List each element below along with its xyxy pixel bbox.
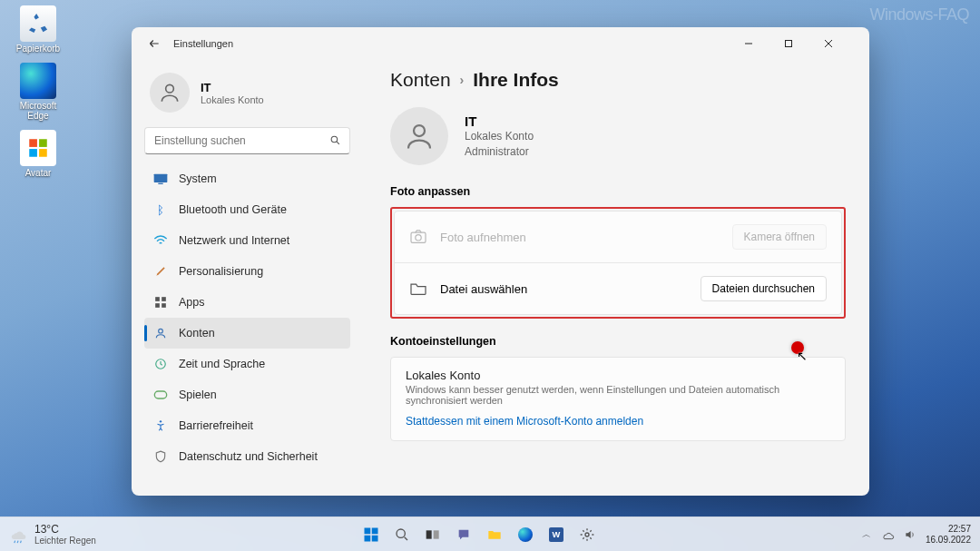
svg-rect-23: [372, 527, 378, 534]
section-photo-adjust: Foto anpassen: [390, 185, 846, 198]
svg-rect-13: [155, 303, 160, 308]
nav-system[interactable]: System: [144, 163, 350, 194]
chevron-right-icon: ›: [460, 73, 465, 87]
edge-button[interactable]: [513, 522, 538, 547]
browse-files-button[interactable]: Dateien durchsuchen: [701, 276, 827, 301]
nav-bluetooth[interactable]: ᛒBluetooth und Geräte: [144, 194, 350, 225]
close-button[interactable]: [824, 30, 864, 57]
nav-accounts[interactable]: Konten: [144, 318, 350, 349]
search-button[interactable]: [389, 522, 415, 547]
nav-apps[interactable]: Apps: [144, 287, 350, 318]
highlight-box: Foto aufnehmen Kamera öffnen Datei auswä…: [390, 207, 846, 319]
svg-point-7: [331, 136, 338, 143]
profile-sub1: Lokales Konto: [465, 129, 534, 143]
svg-point-15: [159, 329, 163, 333]
svg-point-21: [416, 235, 421, 241]
section-account-settings: Kontoeinstellungen: [390, 335, 846, 348]
weather-desc: Leichter Regen: [34, 536, 96, 546]
word-button[interactable]: W: [544, 522, 569, 547]
accessibility-icon: [153, 418, 168, 433]
row-take-photo: Foto aufnehmen Kamera öffnen: [395, 212, 841, 262]
svg-rect-2: [29, 149, 37, 157]
local-account-desc: Windows kann besser genutzt werden, wenn…: [406, 384, 830, 406]
start-button[interactable]: [358, 522, 384, 547]
nav-network[interactable]: Netzwerk und Internet: [144, 225, 350, 256]
chat-button[interactable]: [451, 522, 476, 547]
nav-time[interactable]: Zeit und Sprache: [144, 349, 350, 379]
nav-gaming[interactable]: Spielen: [144, 379, 350, 410]
svg-rect-29: [434, 530, 439, 538]
nav-personalization[interactable]: Personalisierung: [144, 256, 350, 287]
row-choose-file: Datei auswählen Dateien durchsuchen: [395, 262, 841, 314]
desktop-icon-edge[interactable]: Microsoft Edge: [9, 63, 67, 121]
local-account-title: Lokales Konto: [406, 369, 830, 382]
desktop-icon-avatar[interactable]: Avatar: [9, 130, 67, 178]
svg-rect-25: [372, 535, 378, 541]
taskbar-weather[interactable]: 13°C Leichter Regen: [9, 523, 96, 546]
search-input[interactable]: [144, 127, 350, 154]
sidebar-user[interactable]: IT Lokales Konto: [144, 65, 350, 125]
profile-block: IT Lokales Konto Administrator: [390, 107, 846, 165]
svg-rect-22: [364, 527, 370, 534]
weather-icon: [9, 526, 27, 544]
settings-button[interactable]: [574, 522, 600, 547]
svg-rect-24: [364, 535, 370, 541]
svg-rect-10: [158, 183, 162, 184]
maximize-button[interactable]: [784, 30, 824, 57]
breadcrumb: Konten › Ihre Infos: [390, 69, 846, 91]
svg-rect-17: [154, 391, 166, 398]
task-view-button[interactable]: [420, 522, 446, 547]
recycle-bin-icon: [20, 5, 56, 42]
explorer-button[interactable]: [482, 522, 507, 547]
brush-icon: [153, 264, 168, 279]
svg-line-8: [337, 142, 339, 144]
search-icon: [329, 134, 341, 146]
back-button[interactable]: [148, 37, 161, 50]
svg-rect-20: [411, 232, 426, 242]
svg-rect-14: [162, 303, 166, 308]
camera-icon: [409, 230, 427, 244]
folder-icon: [409, 281, 427, 296]
user-sub: Lokales Konto: [201, 94, 264, 105]
open-camera-button: Kamera öffnen: [732, 224, 828, 250]
settings-window: Einstellungen IT Lokales Konto: [132, 27, 869, 496]
apps-icon: [153, 295, 168, 310]
svg-point-26: [397, 529, 405, 537]
svg-rect-12: [162, 297, 166, 301]
desktop-icon-recycle-bin[interactable]: Papierkorb: [9, 5, 67, 54]
minimize-button[interactable]: [744, 30, 784, 57]
svg-rect-11: [155, 297, 160, 301]
tray-chevron-icon[interactable]: ︿: [862, 528, 871, 541]
taskbar: 13°C Leichter Regen W ︿ 22:57 16.09.2022: [0, 517, 980, 551]
local-account-card: Lokales Konto Windows kann besser genutz…: [390, 357, 846, 441]
search-box[interactable]: [144, 127, 350, 154]
svg-rect-1: [39, 139, 47, 147]
choose-file-label: Datei auswählen: [440, 282, 527, 296]
tray-onedrive-icon[interactable]: [880, 529, 895, 540]
svg-point-19: [414, 125, 425, 136]
wifi-icon: [153, 233, 168, 248]
profile-sub2: Administrator: [465, 144, 534, 159]
nav-privacy[interactable]: Datenschutz und Sicherheit: [144, 441, 350, 472]
svg-text:W: W: [552, 530, 560, 539]
tray-volume-icon[interactable]: [904, 528, 916, 541]
breadcrumb-parent[interactable]: Konten: [390, 69, 451, 91]
clock-icon: [153, 357, 168, 371]
content-area: Konten › Ihre Infos IT Lokales Konto Adm…: [363, 60, 869, 496]
svg-point-18: [160, 420, 162, 422]
sidebar: IT Lokales Konto System ᛒBluetooth und G…: [132, 60, 363, 496]
desktop-icon-label: Microsoft Edge: [9, 101, 67, 121]
titlebar: Einstellungen: [132, 27, 869, 60]
cursor-arrow-icon: ↖: [797, 349, 808, 363]
edge-icon: [20, 63, 56, 99]
user-name: IT: [201, 81, 264, 94]
sign-in-microsoft-link[interactable]: Stattdessen mit einem Microsoft-Konto an…: [406, 415, 830, 428]
desktop-icon-label: Papierkorb: [9, 44, 67, 54]
avatar-icon: [20, 130, 56, 166]
gaming-icon: [153, 388, 168, 402]
window-title: Einstellungen: [173, 38, 233, 49]
nav-accessibility[interactable]: Barrierefreiheit: [144, 410, 350, 441]
taskbar-clock[interactable]: 22:57 16.09.2022: [926, 524, 971, 545]
desktop-icon-label: Avatar: [9, 168, 67, 178]
svg-point-32: [585, 533, 589, 536]
